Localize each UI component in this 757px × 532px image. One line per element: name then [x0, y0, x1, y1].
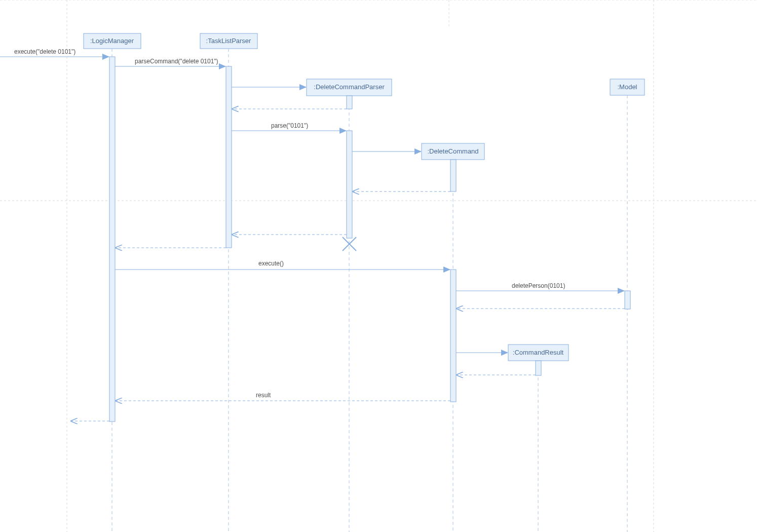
label-logic-manager: :LogicManager — [90, 37, 134, 45]
msg-label-result: result — [256, 392, 271, 399]
activation-model — [625, 291, 630, 309]
label-delete-command-parser: :DeleteCommandParser — [314, 83, 385, 91]
msg-label-parse-command: parseCommand("delete 0101") — [135, 58, 218, 65]
activation-delete-command-parser-2 — [347, 131, 352, 238]
activation-delete-command-parser-1 — [347, 96, 352, 109]
msg-label-parse: parse("0101") — [271, 122, 308, 129]
label-command-result: :CommandResult — [513, 349, 564, 356]
activation-logic-manager — [109, 57, 115, 422]
msg-label-delete-person: deletePerson(0101) — [512, 282, 565, 289]
activation-task-list-parser — [226, 66, 232, 248]
msg-label-execute: execute() — [258, 260, 284, 267]
activation-delete-command-1 — [450, 160, 456, 192]
msg-label-execute-in: execute("delete 0101") — [14, 48, 75, 55]
label-task-list-parser: :TaskListParser — [206, 37, 252, 45]
sequence-diagram: :LogicManager :TaskListParser :DeleteCom… — [0, 0, 757, 532]
activation-command-result — [536, 361, 541, 375]
activation-delete-command-2 — [450, 270, 456, 402]
label-model: :Model — [617, 83, 637, 91]
label-delete-command: :DeleteCommand — [427, 147, 478, 155]
